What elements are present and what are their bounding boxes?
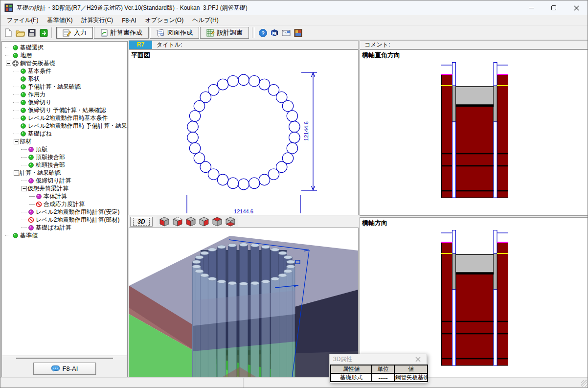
- tree-item-label: レベル2地震動作用時計算(部材): [36, 216, 120, 224]
- pile-circle: [194, 153, 204, 163]
- green-status-icon: [20, 76, 26, 82]
- menu-standard-values[interactable]: 基準値(K): [43, 15, 77, 25]
- forum8-logo-icon: FB: [270, 29, 279, 37]
- tree-item[interactable]: 合成応力度計算: [2, 200, 127, 208]
- tree-item[interactable]: 仮締切り 予備計算・結果確認: [2, 106, 127, 114]
- tree-connector: [21, 212, 27, 212]
- view3d-button[interactable]: 3D: [130, 217, 153, 227]
- report-create-button[interactable]: 計算書作成: [94, 27, 149, 39]
- drawing-create-label: 図面作成: [167, 28, 193, 37]
- pile-circle: [282, 101, 293, 112]
- open-file-button[interactable]: [14, 27, 26, 39]
- view-cube-back-icon[interactable]: [172, 216, 183, 227]
- attr-3d-window[interactable]: 3D属性 属性値単位値基礎形式-----鋼管矢板基礎: [329, 354, 427, 383]
- tree-item-label: 予備計算・結果確認: [28, 83, 81, 91]
- f8-tool-button[interactable]: [38, 27, 49, 39]
- tree-item-label: 杭頭接合部: [36, 161, 65, 169]
- tree-item[interactable]: レベル2地震動作用時計算(部材): [2, 216, 127, 224]
- tree-item[interactable]: レベル2地震動作用時計算(安定): [2, 208, 127, 216]
- info-tool-icon: [294, 29, 302, 37]
- tree-item[interactable]: 地層: [2, 51, 127, 59]
- tree-item[interactable]: 予備計算・結果確認: [2, 83, 127, 91]
- help-button[interactable]: ?: [257, 27, 269, 39]
- expander-minus-icon[interactable]: [5, 61, 12, 66]
- magenta-status-icon: [27, 225, 34, 231]
- pile-cylinder-cap: [271, 277, 279, 280]
- pile-circle: [187, 121, 198, 132]
- design-report-button[interactable]: 設計調書: [200, 27, 249, 39]
- menu-help[interactable]: ヘルプ(H): [188, 15, 223, 25]
- tree-item[interactable]: 基本条件: [2, 67, 127, 75]
- resize-grip[interactable]: [581, 380, 588, 387]
- menu-file[interactable]: ファイル(F): [2, 15, 43, 25]
- design-grid-icon: [206, 29, 215, 37]
- tree-item[interactable]: 杭頭接合部: [2, 161, 127, 169]
- new-file-button[interactable]: [2, 27, 14, 39]
- view-cube-bottom-icon[interactable]: [225, 216, 236, 227]
- minimize-button[interactable]: [520, 0, 543, 15]
- green-status-icon: [20, 115, 26, 121]
- tree-item-label: 基礎ばね: [28, 130, 52, 138]
- attr-3d-titlebar[interactable]: 3D属性: [330, 354, 427, 365]
- expander-minus-icon[interactable]: [13, 139, 20, 144]
- menu-f8-ai[interactable]: F8-AI: [117, 16, 140, 25]
- f8ai-button-label: F8-AI: [63, 365, 78, 372]
- tree-item-label: レベル2地震動作用時基本条件: [28, 114, 108, 122]
- input-mode-button[interactable]: 入力: [56, 27, 93, 39]
- tree-item[interactable]: 基礎ばね: [2, 130, 127, 137]
- tree-item[interactable]: 形状: [2, 75, 127, 83]
- attr-data-cell: 鋼管矢板基礎: [394, 373, 428, 382]
- mail-button[interactable]: [280, 27, 292, 39]
- tree-item[interactable]: 基礎ばね計算: [2, 224, 127, 231]
- tree-connector: [29, 204, 35, 205]
- drawing-create-button[interactable]: 図面作成: [150, 27, 199, 39]
- pile-circle: [287, 111, 297, 121]
- pile-cylinder-cap: [208, 248, 216, 251]
- view-cube-left-icon[interactable]: [185, 216, 197, 227]
- tree-item[interactable]: 鋼管矢板基礎: [2, 59, 127, 67]
- longitudinal-section-drawing: [441, 230, 510, 368]
- f8ai-button[interactable]: F8-AI: [33, 363, 96, 375]
- tree-connector: [13, 71, 19, 71]
- expander-minus-icon[interactable]: [21, 186, 27, 191]
- tree-item-label: 本体計算: [44, 192, 67, 201]
- tree-item[interactable]: 仮締切り: [2, 98, 127, 106]
- magenta-status-icon: [27, 178, 34, 184]
- tree-connector: [5, 235, 11, 236]
- mail-icon: [282, 30, 291, 36]
- expander-minus-icon[interactable]: [13, 170, 20, 176]
- menu-run-calculation[interactable]: 計算実行(C): [77, 15, 117, 25]
- view-cube-front-icon[interactable]: [158, 216, 170, 227]
- tree-item[interactable]: 頂版: [2, 145, 127, 153]
- tree-item[interactable]: レベル2地震動作用時基本条件: [2, 114, 127, 122]
- menu-options[interactable]: オプション(O): [140, 15, 188, 25]
- tree-item[interactable]: 基礎選択: [2, 44, 127, 51]
- close-button[interactable]: [565, 0, 588, 15]
- svg-text:FB: FB: [272, 32, 276, 35]
- tree-item[interactable]: 本体計算: [2, 192, 127, 200]
- tree-item[interactable]: 作用力: [2, 91, 127, 98]
- tree-item[interactable]: 頂版接合部: [2, 153, 127, 161]
- tree-item[interactable]: 部材: [2, 137, 127, 145]
- save-button[interactable]: [26, 27, 38, 39]
- view-cube-right-icon[interactable]: [198, 216, 210, 227]
- scrollbar-thumb[interactable]: [16, 358, 113, 359]
- green-status-icon: [12, 232, 19, 239]
- attr-close-button[interactable]: [415, 357, 423, 362]
- pile-cylinder-cap: [251, 281, 259, 285]
- view-cube-top-icon[interactable]: [211, 216, 223, 227]
- maximize-button[interactable]: [543, 0, 565, 15]
- tree-horizontal-scrollbar[interactable]: [2, 356, 127, 360]
- tree-item-label: 仮締切り計算: [36, 177, 71, 185]
- green-status-icon: [20, 99, 26, 106]
- tree-item[interactable]: 仮締切り計算: [2, 177, 127, 184]
- tree-item[interactable]: レベル2地震動作用時 予備計算・結果: [2, 122, 127, 130]
- tree-item[interactable]: 計算・結果確認: [2, 169, 127, 177]
- view3d-panel[interactable]: [129, 228, 359, 378]
- info-tool-button[interactable]: [292, 27, 304, 39]
- attr-header-cell: 単位: [372, 365, 394, 373]
- tree-item[interactable]: 基準値: [2, 231, 127, 239]
- tree-connector: [5, 47, 11, 48]
- forum8-button[interactable]: FB: [269, 27, 280, 39]
- tree-item[interactable]: 仮想井筒梁計算: [2, 184, 127, 192]
